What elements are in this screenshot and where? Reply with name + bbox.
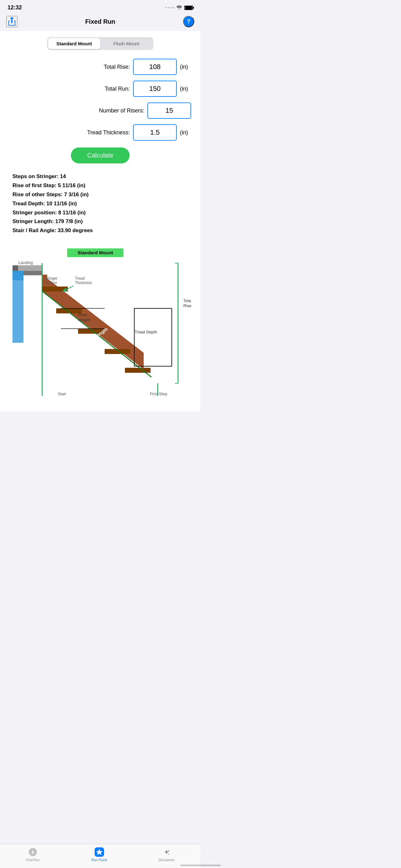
unit-tread-thickness: (in) [180,129,191,136]
unit-total-run: (in) [180,86,191,92]
svg-rect-5 [18,265,42,271]
svg-text:Positon: Positon [44,281,57,285]
form-row-total-run: Total Run:(in) [9,81,191,97]
svg-text:Riser: Riser [78,312,88,317]
result-line: Stringer Length: 179 7/8 (in) [12,217,188,226]
results-section: Steps on Stringer: 14Rise of first Step:… [9,172,191,243]
svg-rect-7 [12,271,24,343]
main-content: Standard Mount Flush Mount Total Rise:(i… [0,31,201,411]
svg-text:Stair: Stair [58,392,66,396]
wifi-icon [176,5,182,11]
calculate-button-wrap: Calculate [9,148,191,163]
signal-icon [165,7,174,8]
segment-control[interactable]: Standard Mount Flush Mount [47,37,153,50]
result-line: Tread Depth: 10 11/16 (in) [12,199,188,208]
result-line: Rise of first Step: 5 11/16 (in) [12,181,188,190]
result-line: Rise of other Steps: 7 3/16 (in) [12,190,188,199]
svg-text:Rise: Rise [183,303,191,308]
svg-text:Tread: Tread [75,276,85,281]
nav-bar: Fixed Run ? [0,13,201,31]
svg-rect-16 [125,368,151,373]
help-button[interactable]: ? [183,16,194,27]
form-fields: Total Rise:(in)Total Run:(in)Number of R… [9,59,191,141]
diagram: Standard Mount Landing [9,246,191,402]
label-total-run: Total Run: [74,86,130,92]
input-tread-thickness[interactable] [133,124,177,141]
label-total-rise: Total Rise: [74,64,130,70]
calculate-button[interactable]: Calculate [71,148,129,163]
svg-text:Tread Depth: Tread Depth [135,330,157,334]
unit-total-rise: (in) [180,64,191,70]
form-row-tread-thickness: Tread Thickness:(in) [9,124,191,141]
label-num-risers: Number of Risers: [88,107,144,114]
svg-text:Stringer: Stringer [44,276,58,281]
label-tread-thickness: Tread Thickness: [74,129,130,136]
share-button[interactable] [6,16,18,27]
result-line: Steps on Stringer: 14 [12,172,188,181]
svg-rect-15 [105,349,130,354]
result-line: Stair / Rail Angle: 33.90 degrees [12,226,188,235]
page-title: Fixed Run [85,18,115,25]
segment-flush-mount[interactable]: Flush Mount [100,38,153,49]
input-total-run[interactable] [133,81,177,97]
status-icons [165,5,193,11]
svg-text:Total: Total [183,299,191,303]
segment-standard-mount[interactable]: Standard Mount [48,38,100,49]
battery-icon [184,6,193,10]
form-row-num-risers: Number of Risers: [9,102,191,119]
svg-text:First Step: First Step [150,392,167,396]
svg-text:Landing: Landing [19,260,33,265]
status-time: 12:32 [7,4,22,11]
svg-text:Standard Mount: Standard Mount [77,250,113,255]
svg-text:Thickness: Thickness [75,281,92,285]
svg-rect-8 [12,271,24,280]
diagram-wrap: Standard Mount Landing [9,246,191,402]
svg-text:Height: Height [78,317,90,322]
status-bar: 12:32 [0,0,201,13]
svg-rect-4 [12,265,18,271]
input-num-risers[interactable] [147,102,191,119]
form-row-total-rise: Total Rise:(in) [9,59,191,75]
input-total-rise[interactable] [133,59,177,75]
result-line: Stringer position: 8 11/16 (in) [12,208,188,217]
